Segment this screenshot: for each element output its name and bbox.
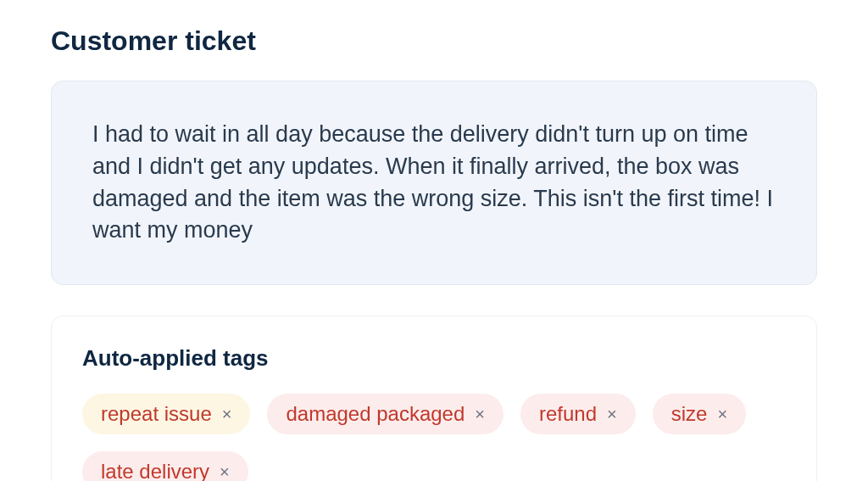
ticket-box: I had to wait in all day because the del… <box>51 81 817 285</box>
tag-label: repeat issue <box>101 402 212 426</box>
tag-size[interactable]: size × <box>653 394 746 434</box>
close-icon[interactable]: × <box>475 405 485 422</box>
tag-refund[interactable]: refund × <box>520 394 636 434</box>
close-icon[interactable]: × <box>220 463 230 480</box>
close-icon[interactable]: × <box>607 405 617 422</box>
tag-label: damaged packaged <box>286 402 465 426</box>
tags-section: Auto-applied tags repeat issue × damaged… <box>51 316 817 481</box>
tag-damaged-packaged[interactable]: damaged packaged × <box>267 394 504 434</box>
tags-row: repeat issue × damaged packaged × refund… <box>82 394 786 481</box>
tag-label: late delivery <box>101 460 209 481</box>
page-title: Customer ticket <box>51 25 817 57</box>
tag-late-delivery[interactable]: late delivery × <box>82 451 248 481</box>
close-icon[interactable]: × <box>717 405 727 422</box>
tag-label: size <box>671 402 708 426</box>
ticket-text: I had to wait in all day because the del… <box>92 119 776 247</box>
tag-repeat-issue[interactable]: repeat issue × <box>82 394 250 434</box>
tag-label: refund <box>539 402 597 426</box>
close-icon[interactable]: × <box>222 405 232 422</box>
tags-section-title: Auto-applied tags <box>82 345 786 372</box>
